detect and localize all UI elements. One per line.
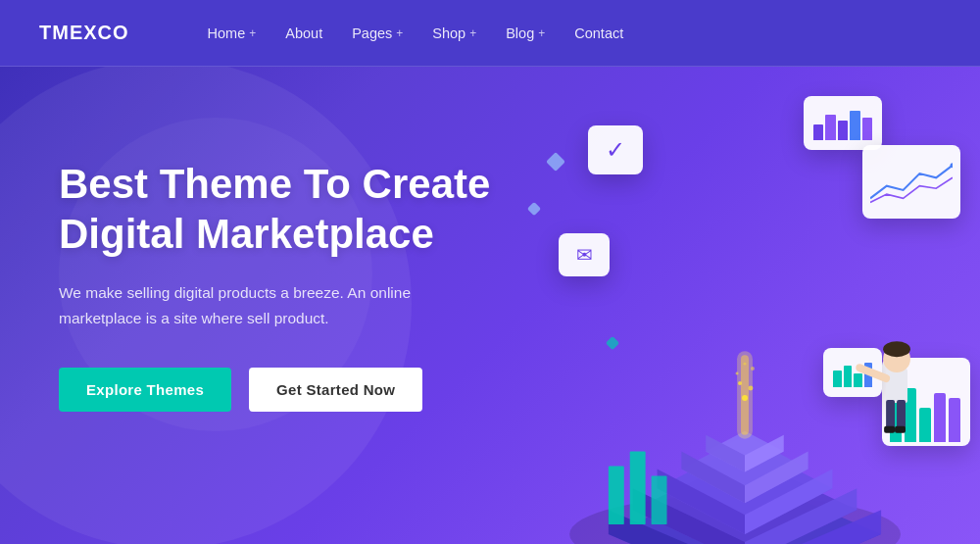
person-figure [856,341,910,432]
svg-rect-25 [609,466,624,524]
nav-item-shop[interactable]: Shop + [432,25,476,41]
nav-menu: Home + About Pages + Shop + Blog + Conta… [208,25,624,41]
svg-rect-26 [630,452,646,525]
svg-line-31 [861,369,886,378]
navbar: TMEXCO Home + About Pages + Shop + Blog … [0,0,980,67]
svg-point-22 [736,372,739,375]
isometric-illustration [510,67,980,544]
svg-rect-27 [652,475,667,524]
svg-point-21 [748,385,753,390]
nav-item-pages[interactable]: Pages + [352,25,403,41]
svg-point-24 [744,363,747,366]
nav-item-contact[interactable]: Contact [574,25,623,41]
explore-themes-button[interactable]: Explore Themes [59,368,231,412]
svg-point-19 [742,395,748,401]
svg-rect-28 [886,369,907,403]
brand-logo: TMEXCO [39,22,129,44]
get-started-button[interactable]: Get Started Now [249,368,422,412]
hero-buttons: Explore Themes Get Started Now [59,368,529,412]
svg-point-36 [856,364,863,371]
hero-title: Best Theme To Create Digital Marketplace [59,160,529,259]
hero-illustration: ✓ ✉ [510,67,980,544]
nav-item-home[interactable]: Home + [208,25,257,41]
svg-point-23 [751,367,755,371]
hero-section: TMEXCO Home + About Pages + Shop + Blog … [0,0,980,544]
hero-content: Best Theme To Create Digital Marketplace… [0,67,588,544]
hero-subtitle: We make selling digital products a breez… [59,280,470,332]
svg-rect-33 [897,400,906,429]
svg-rect-32 [886,400,895,429]
nav-item-blog[interactable]: Blog + [506,25,545,41]
svg-rect-35 [895,426,906,433]
nav-item-about[interactable]: About [285,25,322,41]
svg-point-20 [738,381,742,385]
svg-point-30 [883,341,910,357]
svg-rect-34 [884,426,895,433]
